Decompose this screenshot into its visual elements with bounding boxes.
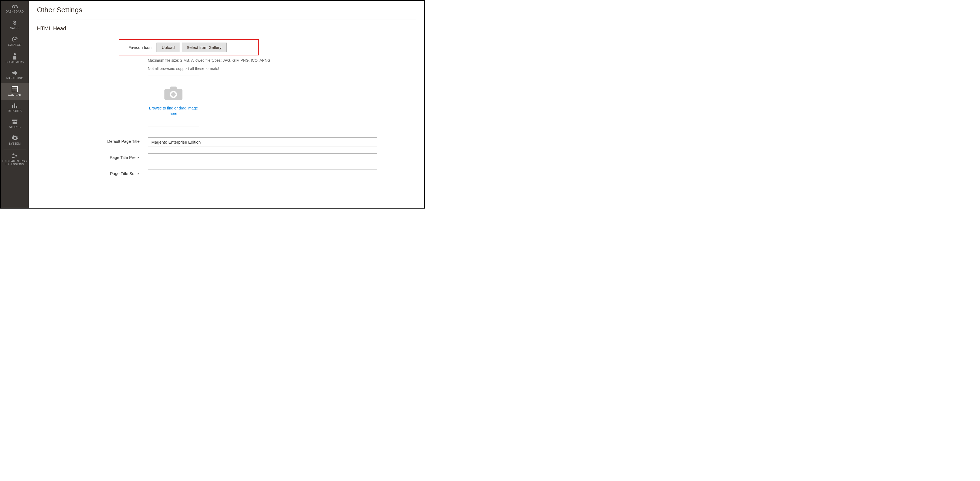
select-gallery-button[interactable]: Select from Gallery xyxy=(181,43,227,52)
default-title-input[interactable] xyxy=(148,137,377,147)
favicon-label: Favicon Icon xyxy=(119,45,156,50)
prefix-row: Page Title Prefix xyxy=(37,153,416,163)
dollar-icon: $ xyxy=(13,20,17,25)
camera-icon xyxy=(164,86,183,102)
suffix-input[interactable] xyxy=(148,170,377,179)
prefix-input[interactable] xyxy=(148,153,377,163)
sidebar-item-dashboard[interactable]: DASHBOARD xyxy=(1,1,29,16)
storefront-icon xyxy=(11,119,18,124)
divider xyxy=(37,19,416,19)
blocks-icon xyxy=(12,153,18,159)
sidebar-item-label: DASHBOARD xyxy=(6,10,24,13)
favicon-row: Favicon Icon Upload Select from Gallery … xyxy=(37,39,416,126)
sidebar-item-label: STORES xyxy=(9,125,21,129)
sidebar-item-label: FIND PARTNERS & EXTENSIONS xyxy=(2,160,28,166)
default-title-row: Default Page Title xyxy=(37,137,416,147)
sidebar-item-label: CATALOG xyxy=(8,43,21,46)
sidebar-item-label: CUSTOMERS xyxy=(6,60,24,63)
sidebar-item-catalog[interactable]: CATALOG xyxy=(1,33,29,50)
person-icon xyxy=(13,53,17,60)
sidebar-item-partners[interactable]: FIND PARTNERS & EXTENSIONS xyxy=(1,150,29,169)
megaphone-icon xyxy=(11,70,18,76)
bars-icon xyxy=(12,103,18,108)
favicon-highlight: Favicon Icon Upload Select from Gallery xyxy=(119,39,259,56)
dropzone-text: Browse to find or drag image here xyxy=(148,106,199,116)
dashboard-icon xyxy=(11,4,18,9)
svg-rect-7 xyxy=(16,106,17,108)
sidebar-item-label: SALES xyxy=(10,27,19,30)
sidebar-item-label: MARKETING xyxy=(6,77,23,80)
suffix-row: Page Title Suffix xyxy=(37,170,416,179)
sidebar-item-reports[interactable]: REPORTS xyxy=(1,100,29,116)
sidebar-item-system[interactable]: SYSTEM xyxy=(1,132,29,149)
default-title-label: Default Page Title xyxy=(37,137,148,147)
main-content: Other Settings HTML Head Favicon Icon Up… xyxy=(29,1,424,208)
sidebar-item-marketing[interactable]: MARKETING xyxy=(1,67,29,83)
sidebar-item-stores[interactable]: STORES xyxy=(1,116,29,132)
sidebar-item-label: SYSTEM xyxy=(9,142,21,145)
svg-rect-2 xyxy=(12,87,18,92)
section-title: HTML Head xyxy=(37,25,416,32)
sidebar-item-label: CONTENT xyxy=(8,94,22,96)
admin-sidebar: DASHBOARD $ SALES CATALOG CUSTOMERS MARK… xyxy=(1,1,29,208)
image-dropzone[interactable]: Browse to find or drag image here xyxy=(148,76,199,126)
prefix-label: Page Title Prefix xyxy=(37,153,148,163)
sidebar-item-content[interactable]: CONTENT xyxy=(1,83,29,100)
svg-rect-5 xyxy=(12,105,13,108)
page-title: Other Settings xyxy=(37,6,416,14)
layout-icon xyxy=(12,86,18,92)
gear-icon xyxy=(12,135,18,141)
favicon-hint-filetypes: Maximum file size: 2 MB. Allowed file ty… xyxy=(148,58,377,62)
svg-text:$: $ xyxy=(13,20,16,25)
sidebar-item-customers[interactable]: CUSTOMERS xyxy=(1,50,29,67)
sidebar-item-label: REPORTS xyxy=(8,110,22,113)
suffix-label: Page Title Suffix xyxy=(37,170,148,179)
svg-point-1 xyxy=(14,53,16,56)
svg-rect-6 xyxy=(14,103,15,108)
favicon-hint-browsers: Not all browsers support all these forma… xyxy=(148,66,377,71)
box-icon xyxy=(11,36,18,42)
upload-button[interactable]: Upload xyxy=(156,43,180,52)
sidebar-item-sales[interactable]: $ SALES xyxy=(1,16,29,33)
